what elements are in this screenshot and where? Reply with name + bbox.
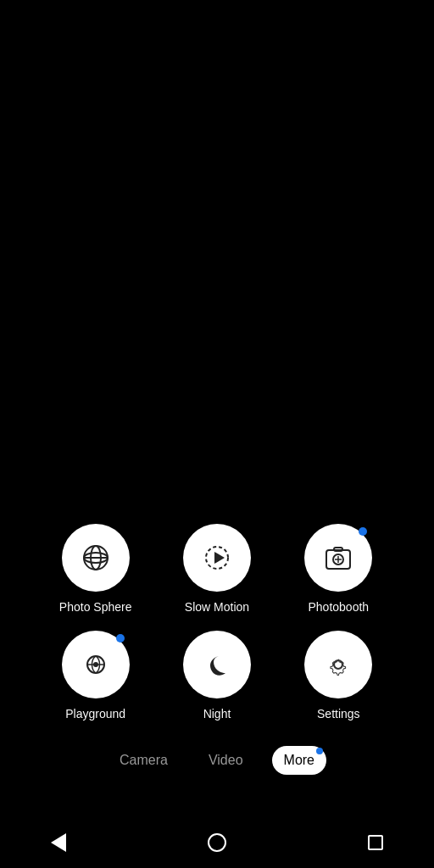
main-content: Photo Sphere Slow Motion	[0, 524, 434, 817]
mode-label-slow-motion: Slow Motion	[185, 600, 249, 614]
playground-dot	[116, 634, 125, 643]
more-dot	[316, 748, 323, 754]
mode-label-photo-sphere: Photo Sphere	[59, 600, 132, 614]
nav-bar	[0, 817, 434, 868]
home-button[interactable]	[208, 833, 226, 852]
settings-gear-icon	[321, 648, 355, 682]
bottom-tabs: Camera Video More	[108, 746, 326, 775]
slow-motion-icon	[200, 541, 234, 575]
tab-more[interactable]: More	[272, 746, 326, 775]
mode-item-night[interactable]: Night	[160, 631, 273, 721]
mode-circle-night	[183, 631, 251, 698]
mode-circle-playground	[62, 631, 130, 698]
mode-item-playground[interactable]: Playground	[39, 631, 152, 721]
back-button[interactable]	[51, 833, 66, 852]
mode-item-photobooth[interactable]: Photobooth	[282, 524, 395, 614]
mode-circle-settings	[304, 631, 372, 698]
svg-point-14	[334, 660, 342, 669]
photobooth-dot	[359, 527, 367, 536]
mode-item-slow-motion[interactable]: Slow Motion	[160, 524, 273, 614]
svg-marker-5	[214, 552, 225, 564]
mode-item-settings[interactable]: Settings	[282, 631, 395, 721]
photobooth-icon	[321, 541, 355, 575]
tab-video[interactable]: Video	[197, 746, 255, 775]
mode-label-playground: Playground	[65, 707, 125, 721]
home-icon	[208, 833, 226, 852]
playground-icon	[79, 648, 113, 682]
mode-item-photo-sphere[interactable]: Photo Sphere	[39, 524, 152, 614]
recents-button[interactable]	[368, 835, 383, 850]
back-icon	[51, 833, 66, 852]
mode-circle-photobooth	[304, 524, 372, 592]
photo-sphere-icon	[79, 541, 113, 575]
mode-label-night: Night	[203, 707, 231, 721]
night-icon	[200, 648, 234, 682]
recents-icon	[368, 835, 383, 850]
tab-camera[interactable]: Camera	[108, 746, 180, 775]
mode-grid: Photo Sphere Slow Motion	[39, 524, 395, 721]
mode-circle-photo-sphere	[62, 524, 130, 592]
mode-label-settings: Settings	[317, 707, 360, 721]
mode-label-photobooth: Photobooth	[309, 600, 370, 614]
mode-circle-slow-motion	[183, 524, 251, 592]
